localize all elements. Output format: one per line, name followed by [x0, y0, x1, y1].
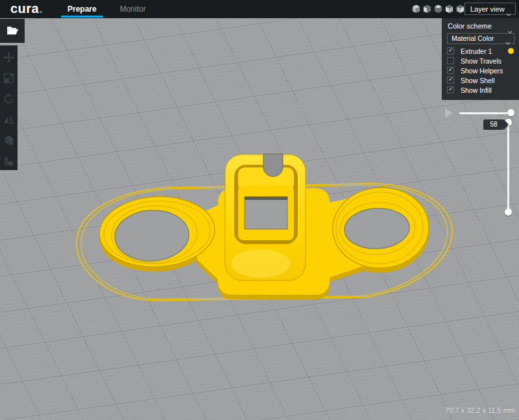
move-tool-button[interactable]: [3, 52, 14, 63]
stage-tabs: Prepare Monitor: [56, 0, 158, 18]
3d-view-icon[interactable]: [411, 4, 421, 14]
open-file-button[interactable]: [0, 19, 25, 43]
color-scheme-value: Material Color: [452, 34, 494, 42]
top-bar: cura. Prepare Monitor Layer view: [0, 0, 519, 18]
rotate-tool-button[interactable]: [3, 93, 14, 105]
model-dimensions-label: 70.7 x 32.2 x 11.5 mm: [445, 406, 515, 414]
checkbox-label: Show Helpers: [461, 67, 503, 75]
front-view-icon[interactable]: [422, 4, 432, 14]
top-view-icon[interactable]: [433, 4, 443, 14]
checkbox-show-travels[interactable]: Show Travels: [442, 56, 519, 66]
left-view-icon[interactable]: [444, 4, 454, 14]
checkbox-show-helpers[interactable]: Show Helpers: [442, 66, 519, 76]
support-blocker-button[interactable]: [3, 156, 14, 167]
layer-slider-track[interactable]: [507, 122, 509, 213]
chevron-down-icon: [505, 38, 511, 47]
color-scheme-select[interactable]: Material Color: [447, 33, 514, 44]
right-view-icon[interactable]: [455, 4, 465, 14]
checkbox-icon: [447, 86, 454, 93]
current-layer-badge[interactable]: 58: [483, 119, 504, 130]
tab-monitor[interactable]: Monitor: [108, 0, 158, 18]
tab-monitor-label: Monitor: [120, 5, 146, 14]
scale-tool-button[interactable]: [3, 73, 14, 84]
app-logo: cura.: [10, 0, 43, 18]
checkbox-label: Show Travels: [461, 57, 501, 65]
checkbox-icon: [447, 67, 454, 74]
extruder-swatch: [508, 48, 514, 54]
checkbox-label: Show Shell: [461, 77, 495, 84]
tab-prepare[interactable]: Prepare: [56, 0, 108, 18]
model-tower: [225, 154, 306, 280]
color-scheme-title: Color scheme: [448, 22, 492, 30]
model-preview[interactable]: [0, 0, 519, 420]
checkbox-label: Show Infill: [461, 86, 492, 94]
color-scheme-header[interactable]: Color scheme: [442, 18, 519, 32]
tower-notch: [263, 154, 283, 177]
open-folder-icon: [6, 26, 19, 36]
build-plate-viewport[interactable]: [0, 0, 519, 420]
checkbox-icon: [447, 77, 454, 84]
chevron-down-icon: [506, 8, 511, 20]
checkbox-extruder-1[interactable]: Extruder 1: [442, 47, 519, 56]
camera-view-buttons: [411, 4, 465, 14]
checkbox-icon: [447, 47, 454, 55]
checkbox-show-shell[interactable]: Show Shell: [442, 76, 519, 86]
view-mode-value: Layer view: [470, 5, 505, 13]
logo-text: cura: [10, 1, 39, 16]
tool-sidebar: [0, 45, 18, 170]
active-tab-underline: [61, 16, 103, 18]
view-mode-dropdown[interactable]: Layer view: [465, 3, 516, 15]
simulation-slider-handle[interactable]: [507, 109, 514, 116]
per-model-settings-button[interactable]: [3, 135, 14, 146]
layer-view-panel: Color scheme Material Color Extruder 1 S…: [442, 18, 519, 100]
play-simulation-button[interactable]: [445, 108, 453, 117]
simulation-slider-track[interactable]: [459, 112, 511, 114]
checkbox-icon: [447, 57, 454, 64]
checkbox-show-infill[interactable]: Show Infill: [442, 86, 519, 95]
tab-prepare-label: Prepare: [67, 5, 97, 14]
layer-slider-bottom-handle[interactable]: [505, 208, 512, 216]
mirror-tool-button[interactable]: [3, 114, 14, 125]
logo-dot: .: [39, 1, 43, 16]
checkbox-label: Extruder 1: [461, 47, 492, 55]
